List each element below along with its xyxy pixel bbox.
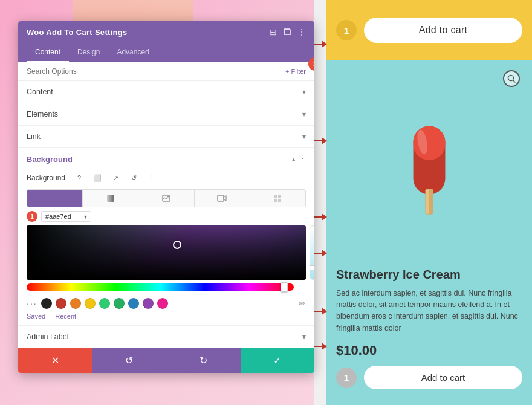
bg-collapse-icon[interactable]: ▴ [292, 155, 296, 163]
svg-line-1 [513, 80, 516, 83]
color-index-badge: 1 [27, 211, 37, 222]
bg-help-icon[interactable]: ? [73, 171, 86, 184]
section-content[interactable]: Content ▾ [18, 81, 314, 103]
product-price: $10.00 [336, 343, 522, 358]
color-type-tabs [27, 189, 306, 207]
svg-rect-12 [274, 195, 277, 198]
product-panel: 1 Add to cart Strawberry Ice Cream [326, 0, 532, 405]
cancel-button[interactable]: ✕ [18, 348, 92, 373]
hue-slider[interactable] [27, 284, 294, 291]
color-type-gradient[interactable] [83, 190, 138, 207]
swatch-green-light[interactable] [99, 298, 110, 309]
hue-slider-handle[interactable] [281, 282, 288, 292]
svg-rect-8 [107, 195, 114, 202]
svg-rect-14 [274, 199, 277, 202]
hex-input[interactable] [45, 213, 82, 220]
quantity-badge-bottom[interactable]: 1 [336, 368, 357, 388]
color-swatches-row: ··· ✏ [18, 296, 314, 313]
admin-label-row[interactable]: Admin Label ▾ [18, 325, 314, 348]
add-to-cart-button-bottom[interactable]: Add to cart [364, 366, 522, 389]
recent-label[interactable]: Recent [55, 313, 76, 320]
saved-label[interactable]: Saved [27, 313, 45, 320]
maximize-icon[interactable]: ⧠ [283, 27, 291, 37]
chevron-admin-label: ▾ [302, 332, 306, 341]
product-image-area: Strawberry Ice Cream Sed ac interdum sap… [326, 60, 532, 405]
tab-advanced[interactable]: Advanced [108, 43, 157, 62]
swatch-purple[interactable] [143, 298, 154, 309]
settings-panel: Woo Add To Cart Settings ⊟ ⧠ ⋮ Content D… [18, 21, 314, 373]
swatch-black[interactable] [41, 298, 52, 309]
tab-design[interactable]: Design [69, 43, 108, 62]
swatch-pink[interactable] [157, 298, 168, 309]
section-content-label: Content [27, 88, 53, 96]
opacity-slider[interactable] [310, 225, 314, 280]
color-picker-handle[interactable] [173, 241, 181, 249]
settings-title: Woo Add To Cart Settings [27, 28, 128, 37]
popsicle-image-container [336, 70, 522, 268]
search-bar: + Filter [18, 62, 314, 81]
bottom-action-bar: ✕ ↺ ↻ ✓ [18, 348, 314, 373]
swatch-blue[interactable] [128, 298, 139, 309]
background-label: Background [27, 173, 65, 182]
swatch-red[interactable] [56, 298, 66, 309]
color-type-image[interactable] [138, 190, 194, 207]
swatch-orange[interactable] [70, 298, 81, 309]
hex-input-wrap: ▾ [41, 211, 91, 222]
chevron-link: ▾ [302, 132, 306, 141]
swatch-green-dark[interactable] [114, 298, 125, 309]
svg-rect-6 [426, 190, 429, 215]
svg-rect-13 [278, 195, 281, 198]
product-bottom-cart: 1 Add to cart [336, 366, 522, 389]
confirm-button[interactable]: ✓ [241, 348, 315, 373]
section-link[interactable]: Link ▾ [18, 126, 314, 148]
background-section: Background ▴ ⋮ Background ? ⬜ ↗ ↺ ⋮ [18, 148, 314, 325]
bg-more-icon[interactable]: ⋮ [299, 155, 306, 163]
admin-label-text: Admin Label [27, 332, 69, 341]
bg-paste-icon[interactable]: ↗ [109, 171, 122, 184]
chevron-elements: ▾ [302, 110, 306, 118]
product-title: Strawberry Ice Cream [336, 268, 522, 282]
header-icons: ⊟ ⧠ ⋮ [270, 27, 306, 37]
product-top-section: 1 Add to cart [326, 0, 532, 60]
filter-button[interactable]: + Filter [285, 68, 306, 75]
background-section-header: Background ▴ ⋮ [18, 148, 314, 169]
color-gradient-canvas[interactable] [27, 225, 306, 280]
bg-copy-icon[interactable]: ⬜ [91, 171, 104, 184]
section-elements-label: Elements [27, 110, 58, 118]
svg-rect-10 [218, 195, 224, 201]
settings-header: Woo Add To Cart Settings ⊟ ⧠ ⋮ [18, 21, 314, 43]
settings-tabs: Content Design Advanced [18, 43, 314, 62]
background-row: Background ? ⬜ ↗ ↺ ⋮ [18, 169, 314, 189]
more-icon[interactable]: ⋮ [297, 27, 306, 37]
color-type-video[interactable] [195, 190, 250, 207]
quantity-badge-top[interactable]: 1 [336, 20, 357, 40]
tab-content[interactable]: Content [27, 43, 69, 62]
product-description: Sed ac interdum sapien, et sagittis dui.… [336, 288, 522, 335]
add-to-cart-button-top[interactable]: Add to cart [364, 18, 522, 43]
hex-dropdown-icon[interactable]: ▾ [84, 213, 87, 220]
color-type-pattern[interactable] [250, 190, 305, 207]
popsicle-image [399, 120, 459, 223]
redo-button[interactable]: ↻ [166, 348, 241, 373]
swatch-yellow[interactable] [85, 298, 96, 309]
background-section-controls: ▴ ⋮ [292, 155, 306, 163]
product-search-icon[interactable] [503, 70, 520, 87]
undo-button[interactable]: ↺ [92, 348, 167, 373]
color-type-solid[interactable] [27, 190, 83, 207]
bg-reset-icon[interactable]: ↺ [127, 171, 140, 184]
color-picker-area: 1 ▾ [27, 211, 306, 291]
chevron-content: ▾ [302, 88, 306, 96]
minimize-icon[interactable]: ⊟ [270, 27, 277, 37]
more-swatches[interactable]: ··· [27, 299, 37, 308]
svg-rect-15 [278, 199, 281, 202]
svg-point-7 [51, 195, 59, 202]
background-section-title: Background [27, 155, 73, 164]
search-input[interactable] [27, 67, 285, 76]
bg-settings-icon[interactable]: ⋮ [145, 171, 158, 184]
hex-row: 1 ▾ [27, 211, 306, 222]
eyedropper-icon[interactable]: ✏ [299, 299, 306, 308]
saved-recent-row: Saved Recent [18, 313, 314, 325]
section-elements[interactable]: Elements ▾ [18, 103, 314, 126]
section-link-label: Link [27, 132, 41, 141]
